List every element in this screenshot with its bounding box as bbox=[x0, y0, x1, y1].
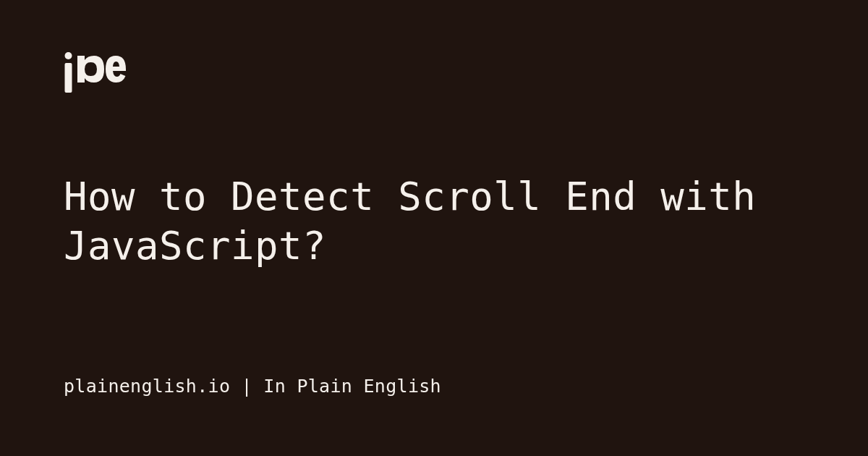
page-title: How to Detect Scroll End with JavaScript… bbox=[64, 172, 804, 270]
site-logo bbox=[64, 52, 804, 93]
footer-text: plainenglish.io | In Plain English bbox=[64, 376, 441, 397]
svg-rect-1 bbox=[65, 63, 72, 93]
ipe-logo-icon bbox=[64, 52, 126, 93]
svg-point-0 bbox=[65, 52, 72, 59]
